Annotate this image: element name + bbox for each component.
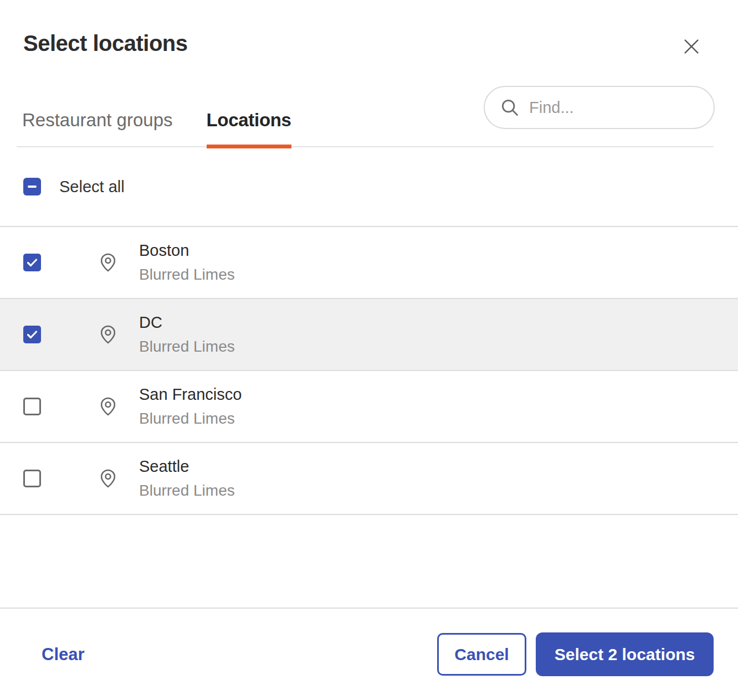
location-name: Seattle — [139, 457, 235, 476]
location-group: Blurred Limes — [139, 482, 235, 500]
cancel-button[interactable]: Cancel — [437, 633, 526, 676]
select-locations-modal: Select locations Restaurant groups Locat… — [0, 0, 738, 700]
location-name: Boston — [139, 241, 235, 260]
location-name: DC — [139, 313, 235, 332]
location-checkbox[interactable] — [23, 398, 41, 415]
modal-title: Select locations — [23, 31, 188, 56]
check-icon — [25, 328, 39, 341]
location-group: Blurred Limes — [139, 410, 242, 428]
tabbar: Restaurant groups Locations — [17, 99, 714, 147]
location-row-boston[interactable]: Boston Blurred Limes — [0, 227, 738, 299]
location-group: Blurred Limes — [139, 266, 235, 284]
location-group: Blurred Limes — [139, 338, 235, 356]
tab-locations[interactable]: Locations — [207, 110, 291, 146]
location-checkbox[interactable] — [23, 254, 41, 271]
close-button[interactable] — [677, 32, 706, 61]
submit-button[interactable]: Select 2 locations — [536, 632, 714, 676]
map-pin-icon — [98, 467, 119, 490]
location-row-dc[interactable]: DC Blurred Limes — [0, 299, 738, 371]
location-name: San Francisco — [139, 385, 242, 404]
location-checkbox[interactable] — [23, 470, 41, 487]
location-checkbox[interactable] — [23, 326, 41, 343]
map-pin-icon — [98, 395, 119, 418]
select-all-checkbox[interactable] — [23, 178, 41, 195]
tab-restaurant-groups[interactable]: Restaurant groups — [22, 110, 173, 146]
location-row-seattle[interactable]: Seattle Blurred Limes — [0, 443, 738, 515]
location-row-san-francisco[interactable]: San Francisco Blurred Limes — [0, 371, 738, 443]
close-icon — [682, 37, 701, 56]
clear-button[interactable]: Clear — [42, 645, 85, 665]
locations-list: Boston Blurred Limes DC Blurred Limes — [0, 226, 738, 515]
map-pin-icon — [98, 323, 119, 346]
select-all-label: Select all — [59, 178, 125, 196]
map-pin-icon — [98, 251, 119, 274]
select-all-row: Select all — [0, 147, 738, 226]
minus-icon — [27, 181, 38, 192]
check-icon — [25, 256, 39, 269]
modal-footer: Clear Cancel Select 2 locations — [0, 608, 738, 700]
